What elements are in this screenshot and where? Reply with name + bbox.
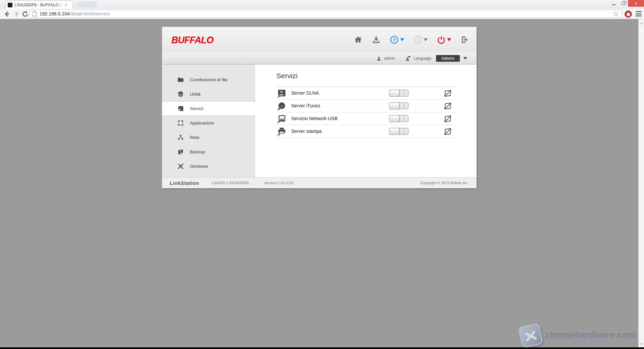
tab-close-icon[interactable]: × xyxy=(65,3,67,7)
scroll-down-icon[interactable] xyxy=(640,342,643,346)
divider xyxy=(400,55,400,62)
forward-button[interactable] xyxy=(13,10,20,18)
page-title: Servizi xyxy=(276,72,298,80)
toggle-handle xyxy=(389,128,399,135)
browser-toolbar: 192.168.0.104/detail.html#service xyxy=(0,9,644,19)
tools-icon xyxy=(177,163,184,170)
service-row-network-usb: Servizio Network-USB xyxy=(276,112,456,125)
sidebar-item-rete[interactable]: Rete xyxy=(162,130,255,145)
services-icon xyxy=(177,105,184,112)
bookmark-star-icon[interactable] xyxy=(612,11,619,17)
print-toggle-switch[interactable] xyxy=(389,128,409,135)
itunes-server-icon: ♪ xyxy=(277,102,286,111)
browser-tab[interactable]: LS410DDF8 - BUFFALO Lin × xyxy=(5,1,73,9)
print-open-settings-button[interactable] xyxy=(444,128,451,135)
new-tab-button[interactable] xyxy=(75,2,97,7)
itunes-toggle-switch[interactable] xyxy=(389,102,409,109)
adblock-extension-icon[interactable] xyxy=(625,10,632,18)
app-footer: LinkStation LS410D (LS410DDF8) Version 1… xyxy=(162,177,477,188)
window-minimize-button[interactable] xyxy=(609,0,619,7)
window-controls: × xyxy=(609,0,644,7)
window-restore-button[interactable] xyxy=(619,0,628,7)
home-icon[interactable] xyxy=(354,35,363,44)
svg-text:?: ? xyxy=(393,37,396,43)
sidebar: Condivisione di file Unità Servizi Appli… xyxy=(162,64,255,177)
url-host: 192.168.0.104 xyxy=(40,11,70,16)
help-icon: ? xyxy=(390,35,399,44)
user-icon xyxy=(376,56,382,61)
scroll-up-icon[interactable] xyxy=(640,22,643,26)
network-usb-toggle-switch[interactable] xyxy=(389,115,409,122)
applications-icon xyxy=(177,119,184,127)
power-menu[interactable] xyxy=(437,35,451,44)
power-icon xyxy=(437,35,446,44)
minimize-icon xyxy=(612,4,615,5)
buffalo-app-window: BUFFALO ? i xyxy=(162,27,477,188)
service-name: Server stampa xyxy=(291,129,322,134)
info-menu[interactable]: i xyxy=(413,35,428,44)
toggle-handle xyxy=(389,90,399,97)
service-list: DLNA Server DLNA ♪ Server iTunes xyxy=(276,87,456,138)
language-chevron-down-icon[interactable] xyxy=(463,57,467,60)
download-icon[interactable] xyxy=(372,35,381,44)
bottom-black-strip xyxy=(0,347,644,349)
chevron-down-icon xyxy=(424,38,428,41)
menu-bar xyxy=(636,13,642,14)
logout-icon[interactable] xyxy=(460,35,469,44)
back-button[interactable] xyxy=(3,10,11,18)
sidebar-item-backup[interactable]: Backup xyxy=(162,145,255,159)
username: admin xyxy=(384,56,395,61)
itunes-open-settings-button[interactable] xyxy=(444,102,451,110)
xtremehardware-logo-icon xyxy=(518,323,543,348)
page-icon xyxy=(33,11,37,16)
chevron-down-icon xyxy=(447,38,451,41)
dlna-server-icon: DLNA xyxy=(277,89,286,98)
toggle-mark xyxy=(404,104,404,108)
screen: LS410DDF8 - BUFFALO Lin × × 192.168.0.10… xyxy=(0,0,644,349)
browser-titlebar: LS410DDF8 - BUFFALO Lin × × xyxy=(0,0,644,9)
info-icon: i xyxy=(413,35,422,44)
url-path: /detail.html#service xyxy=(70,11,110,16)
menu-bar xyxy=(636,11,642,12)
network-usb-service-icon xyxy=(277,114,286,123)
toggle-handle xyxy=(389,102,399,109)
sidebar-item-unita[interactable]: Unità xyxy=(162,87,255,101)
tab-favicon-icon xyxy=(8,3,12,7)
sidebar-item-gestione[interactable]: Gestione xyxy=(162,159,255,173)
svg-text:NA: NA xyxy=(280,93,284,96)
app-header: BUFFALO ? i xyxy=(162,27,477,53)
dlna-open-settings-button[interactable] xyxy=(444,90,451,97)
folder-icon xyxy=(177,76,184,83)
sidebar-item-condivisione-di-file[interactable]: Condivisione di file xyxy=(162,72,255,87)
toggle-mark xyxy=(404,91,404,95)
svg-text:♪: ♪ xyxy=(281,104,283,108)
watermark-text: xtremehardware.com xyxy=(545,331,637,341)
header-icons: ? i xyxy=(354,27,469,53)
buffalo-logo: BUFFALO xyxy=(171,35,213,46)
sidebar-item-servizi[interactable]: Servizi xyxy=(162,101,256,116)
firmware-version: Version 1.01-0.53 xyxy=(264,181,293,185)
browser-menu-button[interactable] xyxy=(636,11,642,16)
toggle-handle xyxy=(389,115,399,122)
sidebar-item-applicazioni[interactable]: Applicazioni xyxy=(162,116,255,130)
service-name: Server DLNA xyxy=(291,90,319,96)
service-row-print: Server stampa xyxy=(276,125,456,138)
network-usb-open-settings-button[interactable] xyxy=(444,115,451,122)
service-name: Server iTunes xyxy=(291,103,320,108)
menu-bar xyxy=(636,15,642,16)
window-close-button[interactable]: × xyxy=(628,0,644,7)
network-icon xyxy=(177,134,184,141)
page-viewport: BUFFALO ? i xyxy=(0,19,644,349)
restore-icon xyxy=(622,2,625,5)
dlna-toggle-switch[interactable] xyxy=(389,90,409,97)
print-server-icon xyxy=(277,127,286,136)
user-language-bar: admin Language Italiano xyxy=(162,53,477,64)
vertical-scrollbar[interactable] xyxy=(638,19,644,349)
refresh-button[interactable] xyxy=(21,10,29,18)
url-bar[interactable]: 192.168.0.104/detail.html#service xyxy=(30,10,622,18)
drive-icon xyxy=(177,91,184,98)
language-select-value[interactable]: Italiano xyxy=(436,55,460,62)
language-icon xyxy=(405,55,411,61)
service-row-itunes: ♪ Server iTunes xyxy=(276,100,456,112)
help-menu[interactable]: ? xyxy=(390,35,404,44)
